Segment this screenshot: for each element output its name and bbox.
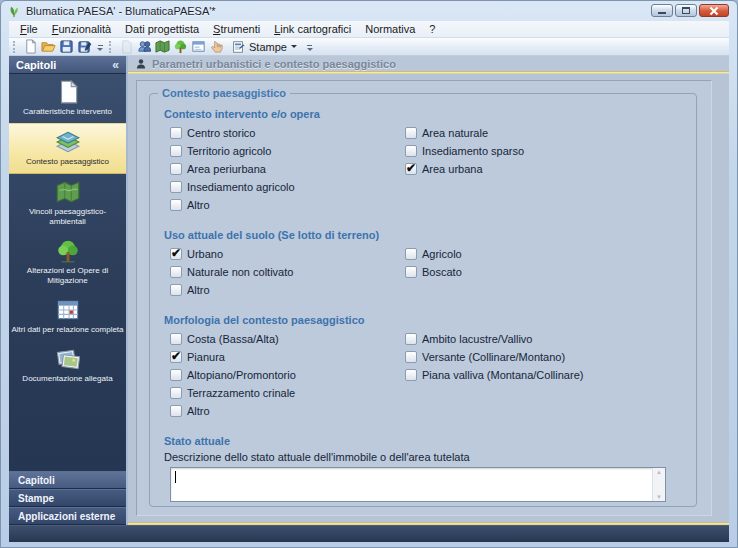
checkbox-altopiano-promontorio[interactable]: Altopiano/Promontorio [170, 369, 296, 381]
checkbox-icon[interactable] [170, 369, 182, 381]
checkbox-icon[interactable] [170, 181, 182, 193]
scroll-up-icon[interactable]: ▲ [656, 469, 662, 475]
checkbox-label: Boscato [422, 266, 462, 278]
status-bar [9, 525, 729, 542]
checkbox-label: Insediamento sparso [422, 145, 524, 157]
checkbox-row: Costa (Bassa/Alta) Ambito lacustre/Valli… [170, 330, 690, 348]
checkbox-icon[interactable] [405, 351, 417, 363]
form-window-icon[interactable] [189, 39, 207, 55]
green-map-icon[interactable] [153, 39, 171, 55]
title-bar[interactable]: Blumatica PAESA' - BlumaticaPAESA'* [1, 1, 737, 21]
checkbox-insediamento-agricolo[interactable]: Insediamento agricolo [170, 181, 295, 193]
checkbox-icon[interactable] [170, 284, 182, 296]
sidebar-item-contesto-paesaggistico[interactable]: Contesto paesaggistico [9, 123, 126, 174]
sidebar-item-altri-dati-relazione[interactable]: Altri dati per relazione completa [9, 292, 126, 341]
checkbox-area-naturale[interactable]: Area naturale [405, 127, 488, 139]
checkbox-area-urbana[interactable]: Area urbana [405, 163, 483, 175]
tree-icon[interactable] [171, 39, 189, 55]
checkbox-row: Terrazzamento crinale [170, 384, 690, 402]
photos-icon [55, 346, 81, 372]
checkbox-icon[interactable] [405, 369, 417, 381]
sidebar-item-caratteristiche-intervento[interactable]: Caratteristiche intervento [9, 74, 126, 123]
hand-icon[interactable] [207, 39, 225, 55]
window-body: Capitoli « Caratteristiche intervento Co… [9, 56, 729, 525]
open-folder-icon[interactable] [39, 39, 57, 55]
checkbox-altro-uso[interactable]: Altro [170, 284, 210, 296]
stampe-label: Stampe [249, 41, 287, 53]
checkbox-pianura[interactable]: Pianura [170, 351, 225, 363]
sidebar-item-documentazione-allegata[interactable]: Documentazione allegata [9, 341, 126, 390]
menu-help[interactable]: ? [422, 22, 442, 36]
menu-strumenti[interactable]: Strumenti [206, 22, 267, 36]
checkbox-terrazzamento-crinale[interactable]: Terrazzamento crinale [170, 387, 295, 399]
checkbox-icon[interactable] [170, 333, 182, 345]
checkbox-icon[interactable] [405, 127, 417, 139]
checkbox-territorio-agricolo[interactable]: Territorio agricolo [170, 145, 271, 157]
checkbox-versante[interactable]: Versante (Collinare/Montano) [405, 351, 565, 363]
checkbox-icon[interactable] [405, 266, 417, 278]
page-title: Parametri urbanistici e contesto paesagg… [152, 58, 396, 70]
checkbox-area-periurbana[interactable]: Area periurbana [170, 163, 266, 175]
checkbox-altro-contesto[interactable]: Altro [170, 199, 210, 211]
sidebar-item-alterazioni-opere-mitigazione[interactable]: Alterazioni ed Opere di Mitigazione [9, 233, 126, 292]
minimize-button[interactable] [651, 4, 673, 17]
menu-normativa[interactable]: Normativa [358, 22, 422, 36]
disabled-document-icon [117, 39, 135, 55]
maximize-button[interactable] [675, 4, 697, 17]
nav-band-applicazioni-esterne[interactable]: Applicazioni esterne [9, 507, 126, 525]
menu-dati-progettista[interactable]: Dati progettista [118, 22, 206, 36]
checkbox-icon[interactable] [170, 351, 182, 363]
checkbox-icon[interactable] [170, 387, 182, 399]
checkbox-icon[interactable] [170, 199, 182, 211]
save-icon[interactable] [57, 39, 75, 55]
text-caret [175, 471, 176, 483]
checkbox-label: Area urbana [422, 163, 483, 175]
stato-attuale-textarea[interactable]: ▲ ▼ [170, 467, 666, 502]
checkbox-label: Altro [187, 284, 210, 296]
menu-funzionalita[interactable]: Funzionalità [45, 22, 118, 36]
section-title-contesto-intervento: Contesto intervento e/o opera [164, 108, 690, 120]
checkbox-urbano[interactable]: Urbano [170, 248, 223, 260]
menu-link-cartografici[interactable]: Link cartografici [267, 22, 358, 36]
sidebar-item-vincoli-paesaggistico-ambientali[interactable]: Vincoli paesaggistico-ambientali [9, 174, 126, 233]
stampe-button[interactable]: Stampe [225, 39, 303, 55]
checkbox-icon[interactable] [405, 333, 417, 345]
checkbox-costa[interactable]: Costa (Bassa/Alta) [170, 333, 279, 345]
checkbox-icon[interactable] [405, 163, 417, 175]
textarea-scrollbar[interactable]: ▲ ▼ [652, 468, 665, 501]
toolbar-overflow-icon[interactable] [95, 40, 105, 54]
checkbox-row: Centro storico Area naturale [170, 124, 690, 142]
checkbox-icon[interactable] [170, 163, 182, 175]
toolbar-overflow-icon[interactable] [305, 40, 315, 54]
save-as-icon[interactable] [75, 39, 93, 55]
checkbox-icon[interactable] [170, 145, 182, 157]
checkbox-centro-storico[interactable]: Centro storico [170, 127, 255, 139]
close-button[interactable] [699, 4, 729, 17]
menu-file[interactable]: File [13, 22, 45, 36]
section-title-stato-attuale: Stato attuale [164, 435, 690, 447]
nav-band-stampe[interactable]: Stampe [9, 489, 126, 507]
checkbox-icon[interactable] [405, 248, 417, 260]
nav-band-capitoli[interactable]: Capitoli [9, 471, 126, 489]
checkbox-insediamento-sparso[interactable]: Insediamento sparso [405, 145, 524, 157]
checkbox-icon[interactable] [405, 145, 417, 157]
checkbox-naturale-non-coltivato[interactable]: Naturale non coltivato [170, 266, 293, 278]
sidebar-header-label: Capitoli [16, 59, 56, 71]
new-document-icon[interactable] [21, 39, 39, 55]
checkbox-icon[interactable] [170, 248, 182, 260]
toolbar-grip[interactable] [109, 41, 114, 53]
toolbar-grip[interactable] [13, 41, 18, 53]
checkbox-agricolo[interactable]: Agricolo [405, 248, 462, 260]
checkbox-ambito-lacustre-vallivo[interactable]: Ambito lacustre/Vallivo [405, 333, 532, 345]
checkbox-piana-valliva[interactable]: Piana valliva (Montana/Collinare) [405, 369, 583, 381]
checkbox-boscato[interactable]: Boscato [405, 266, 462, 278]
app-logo-icon [7, 4, 21, 18]
checkbox-altro-morfologia[interactable]: Altro [170, 405, 210, 417]
collapse-chevron-icon[interactable]: « [112, 58, 119, 72]
users-icon[interactable] [135, 39, 153, 55]
checkbox-label: Centro storico [187, 127, 255, 139]
scroll-down-icon[interactable]: ▼ [656, 494, 662, 500]
checkbox-icon[interactable] [170, 405, 182, 417]
checkbox-icon[interactable] [170, 127, 182, 139]
checkbox-icon[interactable] [170, 266, 182, 278]
